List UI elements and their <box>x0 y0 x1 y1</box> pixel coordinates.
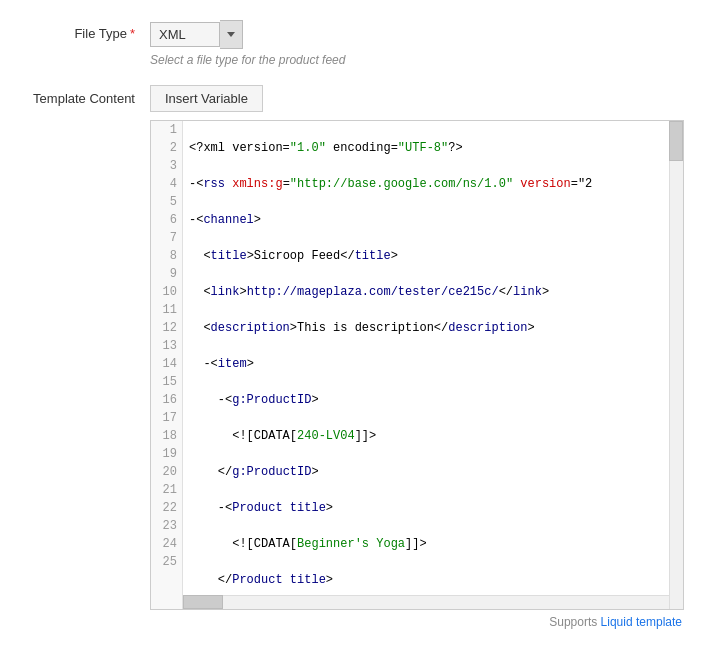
template-content-section: Template Content Insert Variable 1 2 3 4… <box>0 85 704 629</box>
file-type-select[interactable]: XML CSV TXT <box>150 22 220 47</box>
insert-variable-button[interactable]: Insert Variable <box>150 85 263 112</box>
required-indicator: * <box>130 26 135 41</box>
select-wrapper: XML CSV TXT <box>150 20 345 49</box>
vertical-scrollbar[interactable] <box>669 121 683 609</box>
vertical-scrollbar-thumb[interactable] <box>669 121 683 161</box>
code-editor-wrapper: 1 2 3 4 5 6 7 8 9 10 11 12 13 14 15 16 1 <box>150 120 684 610</box>
template-content-label: Template Content <box>20 85 150 106</box>
code-line-7: -<item> <box>189 355 683 373</box>
code-line-6: <description>This is description</descri… <box>189 319 683 337</box>
code-line-13: </Product title> <box>189 571 683 589</box>
supports-text: Supports Liquid template <box>150 615 684 629</box>
code-editor: 1 2 3 4 5 6 7 8 9 10 11 12 13 14 15 16 1 <box>151 121 683 609</box>
code-line-3: -<channel> <box>189 211 683 229</box>
horizontal-scrollbar-thumb[interactable] <box>183 595 223 609</box>
code-line-8: -<g:ProductID> <box>189 391 683 409</box>
code-line-10: </g:ProductID> <box>189 463 683 481</box>
liquid-template-link[interactable]: Liquid template <box>601 615 682 629</box>
template-right-panel: Insert Variable 1 2 3 4 5 6 7 8 9 10 11 … <box>150 85 684 629</box>
line-numbers: 1 2 3 4 5 6 7 8 9 10 11 12 13 14 15 16 1 <box>151 121 183 609</box>
code-line-9: <![CDATA[240-LV04]]> <box>189 427 683 445</box>
code-line-2: -<rss xmlns:g="http://base.google.com/ns… <box>189 175 683 193</box>
file-type-control: XML CSV TXT Select a file type for the p… <box>150 20 345 67</box>
file-type-hint: Select a file type for the product feed <box>150 53 345 67</box>
code-line-11: -<Product title> <box>189 499 683 517</box>
code-line-1: <?xml version="1.0" encoding="UTF-8"?> <box>189 139 683 157</box>
code-line-12: <![CDATA[Beginner's Yoga]]> <box>189 535 683 553</box>
file-type-label-text: File Type <box>74 26 127 41</box>
code-content-area[interactable]: <?xml version="1.0" encoding="UTF-8"?> -… <box>183 121 683 609</box>
file-type-row: File Type* XML CSV TXT Select a file typ… <box>0 20 704 67</box>
horizontal-scrollbar[interactable] <box>183 595 669 609</box>
supports-label: Supports <box>549 615 597 629</box>
code-line-4: <title>Sicroop Feed</title> <box>189 247 683 265</box>
file-type-label: File Type* <box>20 20 150 41</box>
code-line-5: <link>http://mageplaza.com/tester/ce215c… <box>189 283 683 301</box>
dropdown-arrow-icon[interactable] <box>220 20 243 49</box>
